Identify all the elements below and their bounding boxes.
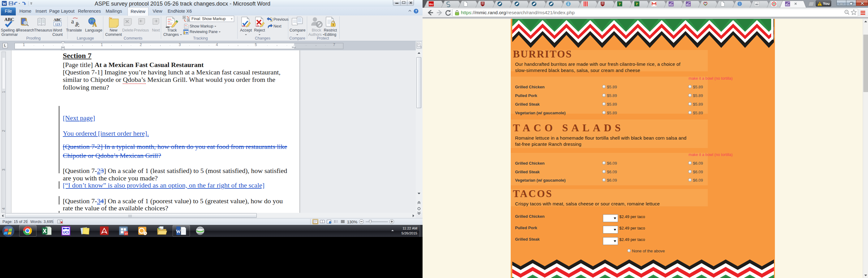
svg-text:RAND: RAND — [686, 4, 691, 6]
svg-text:RAND: RAND — [669, 4, 674, 6]
svg-text:あ: あ — [75, 21, 79, 27]
svg-text:13: 13 — [124, 232, 127, 235]
svg-text:BU: BU — [429, 3, 433, 6]
svg-text:W: W — [2, 1, 6, 6]
svg-text:ABC: ABC — [4, 17, 14, 22]
svg-text:?: ? — [415, 9, 417, 13]
svg-text:RAND: RAND — [786, 4, 790, 6]
svg-text:UCI: UCI — [63, 231, 69, 234]
svg-text:123: 123 — [55, 22, 60, 26]
svg-text:a: a — [71, 18, 74, 25]
svg-text:W: W — [176, 229, 181, 234]
svg-text:ABC: ABC — [54, 18, 61, 22]
svg-text:A: A — [92, 21, 97, 28]
